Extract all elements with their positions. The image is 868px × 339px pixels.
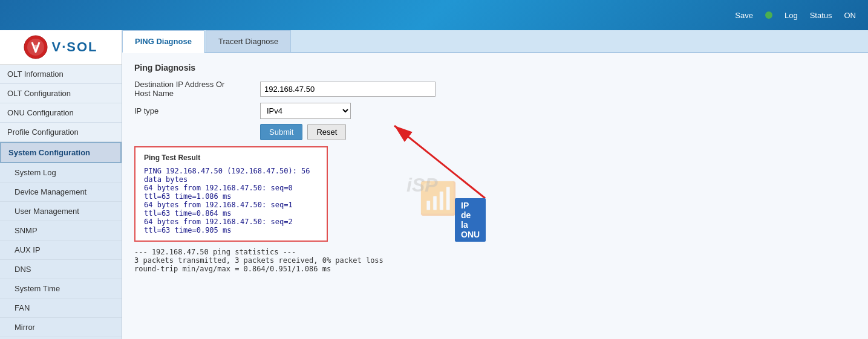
vsol-logo-icon [24, 35, 48, 59]
header-right: Save Log Status ON [735, 11, 856, 20]
ping-result-title: Ping Test Result [144, 153, 318, 162]
logo-text: V·SOL [51, 39, 97, 55]
sidebar-item-system-log[interactable]: System Log [0, 163, 122, 182]
svg-point-2 [33, 45, 38, 50]
content-panel: Ping Diagnosis Destination IP Address Or… [122, 53, 868, 339]
ping-stats: --- 192.168.47.50 ping statistics ---3 p… [134, 248, 856, 273]
ping-result-box: Ping Test Result PING 192.168.47.50 (192… [134, 146, 328, 242]
dest-ip-input[interactable] [260, 82, 436, 97]
onu-badge: IP de la ONU [455, 198, 486, 242]
save-button[interactable]: Save [735, 11, 753, 20]
ping-line: PING 192.168.47.50 (192.168.47.50): 56 d… [144, 167, 318, 184]
ip-type-select[interactable]: IPv4 IPv6 [260, 103, 351, 119]
sidebar-item-snmp[interactable]: SNMP [0, 221, 122, 241]
sidebar-item-fan[interactable]: FAN [0, 299, 122, 318]
sidebar-item-aux-ip[interactable]: AUX IP [0, 241, 122, 260]
ping-line: 64 bytes from 192.168.47.50: seq=0 ttl=6… [144, 184, 318, 201]
sidebar-logo: V·SOL [0, 30, 122, 65]
dest-ip-row: Destination IP Address OrHost Name [134, 80, 856, 98]
sidebar-item-onu-config[interactable]: ONU Configuration [0, 103, 122, 123]
status-indicator [765, 11, 772, 19]
on-label: ON [844, 11, 857, 20]
ping-stat-line: 3 packets transmitted, 3 packets receive… [134, 256, 856, 265]
ip-type-row: IP type IPv4 IPv6 [134, 103, 856, 119]
wifi-icon: 📶 [419, 180, 458, 217]
ping-result-lines: PING 192.168.47.50 (192.168.47.50): 56 d… [144, 167, 318, 234]
sidebar-item-system-config[interactable]: System Configuration [0, 142, 122, 163]
ping-line: 64 bytes from 192.168.47.50: seq=2 ttl=6… [144, 218, 318, 234]
sidebar-item-mirror[interactable]: Mirror [0, 318, 122, 337]
sidebar-item-dns[interactable]: DNS [0, 260, 122, 279]
sidebar-item-olt-info[interactable]: OLT Information [0, 65, 122, 84]
ping-line: 64 bytes from 192.168.47.50: seq=1 ttl=6… [144, 201, 318, 218]
log-link[interactable]: Log [785, 11, 798, 20]
dest-ip-label: Destination IP Address OrHost Name [134, 80, 255, 98]
content-area: PING Diagnose Tracert Diagnose Ping Diag… [122, 30, 868, 339]
sidebar-items-container: OLT InformationOLT ConfigurationONU Conf… [0, 65, 122, 339]
sidebar-item-user-mgmt[interactable]: User Management [0, 202, 122, 221]
sidebar-item-system-time[interactable]: System Time [0, 279, 122, 299]
isp-text: iSP [406, 174, 438, 196]
tab-tracert[interactable]: Tracert Diagnose [206, 30, 291, 52]
ping-stat-line: round-trip min/avg/max = 0.864/0.951/1.0… [134, 265, 856, 273]
tab-ping[interactable]: PING Diagnose [122, 30, 204, 53]
status-link[interactable]: Status [810, 11, 832, 20]
button-row: Submit Reset [134, 124, 856, 140]
sidebar-item-device-mgmt[interactable]: Device Management [0, 182, 122, 202]
ping-stat-line: --- 192.168.47.50 ping statistics --- [134, 248, 856, 256]
reset-button[interactable]: Reset [307, 124, 346, 140]
sidebar-item-olt-config[interactable]: OLT Configuration [0, 84, 122, 103]
submit-button[interactable]: Submit [260, 124, 302, 140]
sidebar: V·SOL OLT InformationOLT ConfigurationON… [0, 30, 122, 339]
page-title: Ping Diagnosis [134, 63, 856, 73]
main-layout: V·SOL OLT InformationOLT ConfigurationON… [0, 30, 868, 339]
tabs-bar: PING Diagnose Tracert Diagnose [122, 30, 868, 53]
sidebar-item-profile-config[interactable]: Profile Configuration [0, 123, 122, 142]
arrow-annotation [346, 102, 540, 234]
header: Save Log Status ON [0, 0, 868, 30]
ip-type-label: IP type [134, 106, 255, 115]
